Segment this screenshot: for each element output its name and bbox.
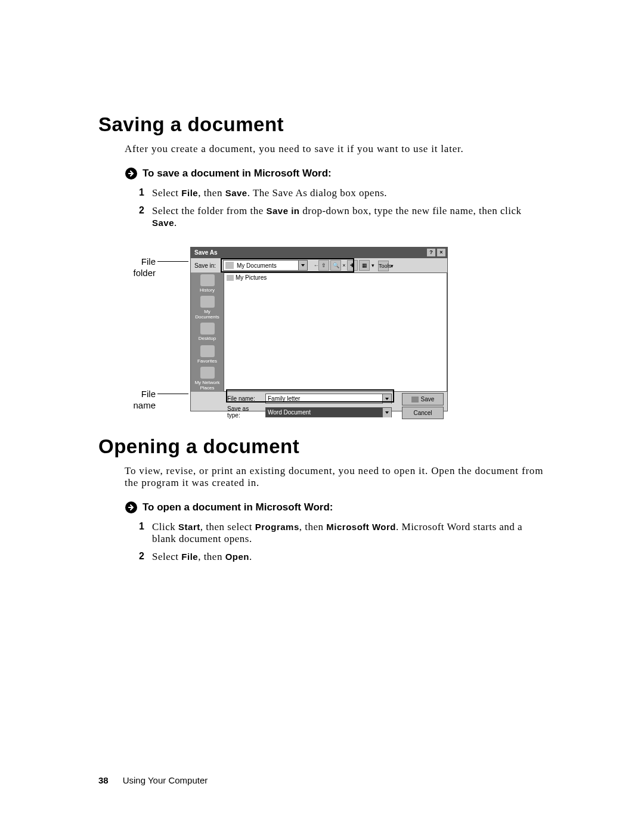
savetype-field[interactable]: Word Document xyxy=(265,407,392,417)
tools-menu[interactable]: Tools ▾ xyxy=(376,261,396,270)
chevron-down-icon[interactable] xyxy=(298,261,307,270)
place-history[interactable]: History xyxy=(191,272,224,295)
documents-icon xyxy=(200,296,215,308)
heading-saving: Saving a document xyxy=(98,113,546,136)
disk-icon xyxy=(411,397,419,402)
list-item[interactable]: My Pictures xyxy=(224,273,447,282)
toolbar-icons: ← ⇧ 🔍 × ✚ ▦ ▾ Tools ▾ xyxy=(314,260,396,271)
saveas-titlebar: Save As ? × xyxy=(191,247,447,258)
folder-icon xyxy=(227,275,234,281)
chapter-title: Using Your Computer xyxy=(123,775,208,785)
close-icon[interactable]: × xyxy=(436,248,446,257)
page-footer: 38 Using Your Computer xyxy=(98,775,208,785)
callout-file-name: File name xyxy=(125,389,156,411)
page-number: 38 xyxy=(98,775,109,785)
intro-opening: To view, revise, or print an existing do… xyxy=(125,465,546,489)
network-icon xyxy=(200,367,215,379)
savein-value: My Documents xyxy=(236,262,298,269)
save-button[interactable]: Save xyxy=(402,393,444,405)
new-folder-icon[interactable]: ✚ xyxy=(347,260,358,271)
search-icon[interactable]: 🔍 xyxy=(330,260,341,271)
filename-label: File name: xyxy=(227,395,262,402)
intro-saving: After you create a document, you need to… xyxy=(125,143,546,155)
file-list-pane[interactable]: My Pictures xyxy=(224,272,447,392)
steps-open: Click Start, then select Programs, then … xyxy=(139,521,546,569)
savein-dropdown[interactable]: My Documents xyxy=(223,260,308,271)
savetype-label: Save as type: xyxy=(227,405,262,419)
views-icon[interactable]: ▦ xyxy=(359,260,370,271)
step-save-1: Select File, then Save. The Save As dial… xyxy=(139,187,546,205)
callout-file-folder: File folder xyxy=(125,256,156,279)
cancel-button[interactable]: Cancel xyxy=(402,407,444,419)
callout-line-2 xyxy=(157,394,188,394)
chevron-down-icon[interactable] xyxy=(382,394,391,404)
savein-label: Save in: xyxy=(194,262,219,269)
step-save-2: Select the folder from the Save in drop-… xyxy=(139,205,546,235)
help-icon[interactable]: ? xyxy=(426,248,436,257)
arrow-circle-icon xyxy=(125,501,138,514)
steps-save: Select File, then Save. The Save As dial… xyxy=(139,187,546,235)
favorites-icon xyxy=(200,345,215,357)
subhead-open-label: To open a document in Microsoft Word: xyxy=(143,501,333,513)
filename-field[interactable]: Family letter xyxy=(265,394,392,404)
subhead-open: To open a document in Microsoft Word: xyxy=(125,501,546,514)
subhead-save-label: To save a document in Microsoft Word: xyxy=(143,168,332,179)
subhead-save: To save a document in Microsoft Word: xyxy=(125,167,546,180)
places-bar: History My Documents Desktop Favorites M… xyxy=(191,272,224,392)
step-open-2: Select File, then Open. xyxy=(139,551,546,569)
savetype-value: Word Document xyxy=(266,408,382,417)
place-mydocs[interactable]: My Documents xyxy=(191,295,224,321)
place-desktop[interactable]: Desktop xyxy=(191,321,224,343)
arrow-circle-icon xyxy=(125,167,138,180)
up-folder-icon[interactable]: ⇧ xyxy=(318,260,329,271)
place-favorites[interactable]: Favorites xyxy=(191,343,224,366)
step-open-1: Click Start, then select Programs, then … xyxy=(139,521,546,551)
saveas-figure: File folder File name Save As ? × Save i… xyxy=(125,247,546,414)
folder-icon xyxy=(225,262,234,269)
desktop-icon xyxy=(200,323,215,335)
back-arrow-icon[interactable]: ← xyxy=(314,261,317,270)
callout-line-1 xyxy=(157,261,188,262)
chevron-down-icon[interactable] xyxy=(382,408,391,417)
heading-opening: Opening a document xyxy=(98,435,546,458)
list-item-label: My Pictures xyxy=(236,274,267,281)
saveas-dialog: Save As ? × Save in: My Documents ← ⇧ xyxy=(190,247,448,411)
history-icon xyxy=(200,274,215,286)
place-network[interactable]: My Network Places xyxy=(191,366,224,392)
filename-value: Family letter xyxy=(266,394,382,403)
saveas-title-text: Save As xyxy=(194,249,218,256)
